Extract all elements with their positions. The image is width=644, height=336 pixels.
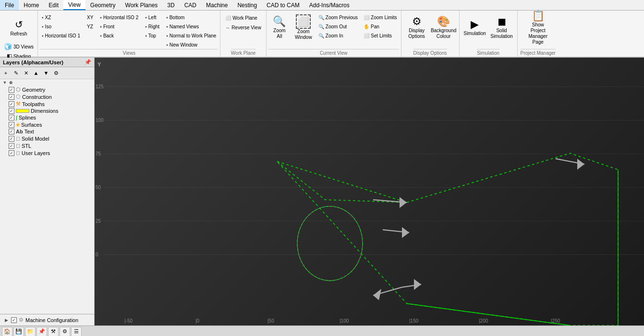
pin-icon[interactable]: 📌 [85, 59, 91, 65]
machine-config[interactable]: ▶ ⚙ Machine Configuration [1, 316, 93, 324]
left-icon: ▪ [145, 15, 147, 20]
horizontal-iso1-button[interactable]: ▪ Horizontal ISO 1 [40, 31, 82, 40]
refresh-button[interactable]: ↺ Refresh [8, 13, 29, 42]
menu-view[interactable]: View [63, 0, 85, 10]
xy-button[interactable]: XY [85, 13, 95, 22]
layer-userlayers[interactable]: ◻ User Layers [0, 149, 94, 156]
zoom-in-button[interactable]: 🔍 Zoom In [316, 31, 360, 40]
menu-cad-to-cam[interactable]: CAD to CAM [262, 0, 304, 10]
front-button[interactable]: ▪ Front [98, 22, 140, 31]
stl-checkbox[interactable] [9, 143, 14, 149]
svg-marker-9 [414, 279, 421, 290]
yz-button[interactable]: YZ [85, 22, 95, 31]
layer-text[interactable]: Ab Text [0, 128, 94, 135]
zoom-all-button[interactable]: 🔍 Zoom All [268, 13, 291, 42]
set-limits-button[interactable]: ⬜ Set Limits [362, 31, 399, 40]
geometry-icon: ⬡ [16, 86, 21, 93]
bt-list-button[interactable]: ☰ [71, 327, 82, 336]
layer-down-button[interactable]: ▼ [41, 68, 51, 78]
menu-3d[interactable]: 3D [162, 0, 179, 10]
construction-checkbox[interactable] [9, 94, 14, 100]
dimensions-checkbox[interactable] [9, 108, 14, 114]
top-button[interactable]: ▪ Top [143, 31, 161, 40]
menu-home[interactable]: Home [19, 0, 44, 10]
bt-tool1-button[interactable]: ⚒ [48, 327, 59, 336]
layer-construction[interactable]: ⬡ Construction [0, 93, 94, 100]
named-views-icon: ▪ [166, 24, 168, 29]
left-button[interactable]: ▪ Left [143, 13, 161, 22]
right-button[interactable]: ▪ Right [143, 22, 161, 31]
display-options-button[interactable]: ⚙ Display Options [404, 13, 429, 42]
zoom-all-icon: 🔍 [273, 15, 286, 28]
menu-nesting[interactable]: Nesting [232, 0, 262, 10]
layer-settings-button[interactable]: ⚙ [51, 68, 61, 78]
solidmodel-icon: ◻ [16, 135, 20, 142]
menu-edit[interactable]: Edit [44, 0, 63, 10]
menu-cad[interactable]: CAD [180, 0, 201, 10]
toolpaths-checkbox[interactable] [9, 101, 14, 107]
solid-simulation-button[interactable]: ◼ Solid Simulation [489, 13, 514, 42]
menu-bar: File Home Edit View Geometry Work Planes… [0, 0, 644, 11]
bt-save-button[interactable]: 💾 [13, 327, 24, 336]
show-project-manager-button[interactable]: 📋 Show Project Manager Page [522, 13, 553, 42]
back-button[interactable]: ▪ Back [98, 31, 140, 40]
layer-delete-button[interactable]: ✕ [21, 68, 31, 78]
zoom-out-button[interactable]: 🔍 Zoom Out [316, 22, 360, 31]
splines-label: Splines [19, 115, 36, 120]
iso-button[interactable]: ▪ Iso [40, 22, 82, 31]
viewport[interactable]: Y 125 100 75 50 25 0 |-50 |0 |50 |100 |1… [95, 58, 644, 325]
xz-button[interactable]: ▪ XZ [40, 13, 82, 22]
3dviews-button[interactable]: 🧊 3D Views [2, 42, 36, 51]
background-colour-button[interactable]: 🎨 Background Colour [431, 13, 456, 42]
layer-toolpaths[interactable]: ⚒ Toolpaths [0, 100, 94, 108]
bt-folder-button[interactable]: 📁 [25, 327, 36, 336]
svg-marker-1 [577, 159, 584, 170]
normal-to-workplane-button[interactable]: ▪ Normal to Work Plane [164, 31, 218, 40]
workplane-group-label: Work Plane [231, 49, 256, 56]
layer-up-button[interactable]: ▲ [31, 68, 41, 78]
bottom-button[interactable]: ▪ Bottom [164, 13, 218, 22]
menu-addins[interactable]: Add-Ins/Macros [304, 0, 354, 10]
simulation-group-label: Simulation [477, 49, 499, 56]
layer-geometry[interactable]: ⬡ Geometry [0, 86, 94, 93]
bt-tool2-button[interactable]: ⚙ [60, 327, 70, 336]
layer-edit-button[interactable]: ✎ [11, 68, 21, 78]
ribbon-group-views: ▪ XZ ▪ Iso ▪ Horizontal ISO 1 XY YZ [38, 11, 220, 57]
menu-machine[interactable]: Machine [201, 0, 232, 10]
layer-dimensions[interactable]: Dimensions [0, 108, 94, 114]
layer-splines[interactable]: ∫ Splines [0, 114, 94, 121]
work-plane-button[interactable]: ⬜ Work Plane [223, 13, 263, 22]
layer-add-button[interactable]: + [1, 68, 11, 78]
ribbon-group-screen: ↺ Refresh 🧊 3D Views ◧ Shading Screen [0, 11, 38, 57]
sidebar-header: Layers (Alphacam/User) 📌 [0, 58, 94, 67]
menu-workplanes[interactable]: Work Planes [121, 0, 163, 10]
tree-root[interactable]: ▼ ⊕ [0, 79, 94, 86]
new-window-button[interactable]: ▪ New Window [164, 40, 218, 49]
reverse-view-button[interactable]: ↔ Reverse View [223, 23, 263, 32]
horizontal-iso2-button[interactable]: ▪ Horizontal ISO 2 [98, 13, 140, 22]
arrow-1 [556, 159, 584, 170]
menu-geometry[interactable]: Geometry [85, 0, 121, 10]
layer-stl[interactable]: ◻ STL [0, 142, 94, 149]
cube-icon: 🧊 [4, 43, 12, 50]
userlayers-checkbox[interactable] [9, 150, 14, 156]
layer-solidmodel[interactable]: ◻ Solid Model [0, 135, 94, 142]
zoom-window-button[interactable]: ⬜ Zoom Window [292, 13, 315, 42]
machine-checkbox[interactable] [11, 317, 17, 323]
surfaces-checkbox[interactable] [9, 122, 14, 128]
geometry-checkbox[interactable] [9, 87, 14, 93]
named-views-button[interactable]: ▪ Named Views [164, 22, 218, 31]
zoom-previous-button[interactable]: 🔍 Zoom Previous [316, 13, 360, 22]
splines-checkbox[interactable] [9, 115, 14, 120]
solidmodel-checkbox[interactable] [9, 136, 14, 142]
menu-file[interactable]: File [0, 0, 19, 10]
svg-marker-5 [402, 227, 409, 238]
workplane-icon: ⬜ [225, 15, 231, 21]
bt-pin-button[interactable]: 📌 [36, 327, 47, 336]
zoom-limits-button[interactable]: ⬜ Zoom Limits [362, 13, 399, 22]
text-checkbox[interactable] [9, 129, 14, 134]
bt-home-button[interactable]: 🏠 [2, 327, 12, 336]
pan-button[interactable]: ✋ Pan [362, 22, 399, 31]
layer-surfaces[interactable]: ◈ Surfaces [0, 121, 94, 128]
simulation-button[interactable]: ▶ Simulation [462, 13, 487, 42]
